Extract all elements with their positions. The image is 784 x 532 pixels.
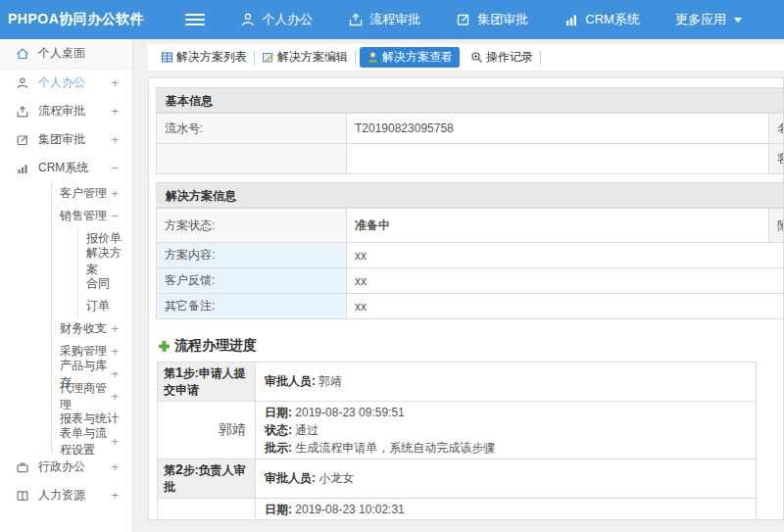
flow-upload-icon [348,12,364,27]
tab-label: 解决方案编辑 [277,49,348,66]
step-title: 第1步:申请人提交申请 [158,363,256,402]
step-status: 状态: 结束 [265,518,747,520]
tab-separator [540,51,541,65]
sidebar-item-customer-management[interactable]: 客户管理 + [52,182,132,205]
expand-toggle[interactable]: + [111,186,119,201]
field-label-name: 名称 [769,114,784,144]
flow-upload-icon [16,105,29,119]
expand-toggle[interactable]: + [111,488,119,503]
expand-toggle[interactable]: + [111,459,119,474]
sidebar-item-personal-office[interactable]: 个人办公 + [0,69,132,97]
expand-toggle[interactable]: + [111,344,119,359]
sidebar-item-crm-system[interactable]: CRM系统 − [0,154,132,182]
book-icon [16,489,29,503]
expand-toggle[interactable]: + [111,366,119,381]
step-status: 状态: 通过 [265,421,747,439]
solution-info-table: 方案状态: 准备中 附件 方案内容: xx 客户反馈: xx 其它备注: xx [156,208,784,319]
topnav-label: 流程审批 [369,11,420,28]
expand-toggle[interactable]: + [111,75,119,90]
field-label-empty [157,144,347,174]
sidebar-item-label: 人力资源 [38,487,111,504]
detail-panel: 基本信息 流水号: T20190823095758 名称 客户 解决方案信息 [148,77,784,520]
step-detail-row: 郭靖 日期: 2019-08-23 09:59:51 状态: 通过 批示: 生成… [158,402,757,459]
expand-toggle[interactable]: − [111,161,119,175]
sidebar-item-label: 集团审批 [38,131,111,148]
field-value-feedback: xx [347,268,784,294]
process-progress-title: 流程办理进度 [158,337,783,355]
field-label-content: 方案内容: [157,243,347,268]
sidebar-item-process-approval[interactable]: 流程审批 + [0,97,132,125]
tab-solution-view[interactable]: 解决方案查看 [360,47,460,68]
bar-chart-icon [564,12,579,27]
tab-label: 解决方案列表 [176,49,247,66]
expand-toggle[interactable]: + [111,389,119,404]
hamburger-menu-icon[interactable] [185,14,205,25]
expand-toggle[interactable]: + [111,104,119,119]
table-row: 其它备注: xx [157,294,784,319]
section-header-solution-info: 解决方案信息 [156,182,784,208]
step-header-row: 第2步:负责人审批 审批人员: 小龙女 [158,459,757,499]
sidebar-item-solution[interactable]: 解决方案 [78,250,132,272]
main-content: 解决方案列表 解决方案编辑 解决方案查看 操作记录 基本信息 [133,39,784,532]
section-header-basic-info: 基本信息 [156,87,784,113]
topnav-personal-office[interactable]: 个人办公 [240,11,313,28]
topnav-label: CRM系统 [585,11,640,28]
step-date: 日期: 2019-08-23 09:59:51 [265,404,747,421]
sidebar-item-finance[interactable]: 财务收支 + [52,317,132,340]
top-navigation: 个人办公 流程审批 集团审批 CRM系统 更多应用 [240,11,742,28]
process-steps-table: 第1步:申请人提交申请 审批人员: 郭靖 郭靖 日期: 2019-08-23 0… [157,362,757,520]
chevron-down-icon [734,18,742,23]
sidebar-item-form-flow-settings[interactable]: 表单与流程设置 + [52,430,132,453]
step-header-row: 第1步:申请人提交申请 审批人员: 郭靖 [158,363,757,402]
tab-bar: 解决方案列表 解决方案编辑 解决方案查看 操作记录 [148,44,784,71]
app-logo: PHPOA协同办公软件 [8,11,144,28]
step-approver: 审批人员: 小龙女 [256,459,757,499]
field-value-serial: T20190823095758 [347,114,769,144]
sidebar: 个人桌面 个人办公 + 流程审批 + 集团审批 + CRM系统 − 客户管理 + [0,39,133,532]
field-label-feedback: 客户反馈: [157,268,347,294]
expand-toggle[interactable]: − [111,209,119,223]
expand-toggle[interactable]: + [111,321,119,336]
field-label-serial: 流水号: [157,114,347,144]
sidebar-item-label: 个人桌面 [38,45,119,62]
top-bar: PHPOA协同办公软件 个人办公 流程审批 集团审批 CRM系统 更多应用 [0,0,784,39]
user-icon [16,76,29,90]
tab-operation-record[interactable]: 操作记录 [464,47,540,68]
step-comment: 批示: 生成流程申请单，系统自动完成该步骤 [265,439,747,457]
field-label-remark: 其它备注: [157,294,347,319]
magnifier-icon [470,51,483,64]
table-row: 流水号: T20190823095758 名称 [157,114,784,144]
person-badge-icon [367,51,379,64]
sidebar-item-sales-management[interactable]: 销售管理 − [52,205,132,227]
sidebar-item-personal-desktop[interactable]: 个人桌面 [0,39,132,69]
sidebar-item-human-resources[interactable]: 人力资源 + [0,481,132,509]
table-row: 客户反馈: xx [157,268,784,294]
topnav-process-approval[interactable]: 流程审批 [348,11,420,28]
table-row: 客户 [157,144,784,174]
topnav-label: 集团审批 [477,11,528,28]
sales-submenu: 报价单 解决方案 合同 订单 [77,227,132,317]
field-value-remark: xx [347,294,784,319]
table-row: 方案状态: 准备中 附件 [157,209,784,243]
table-row: 方案内容: xx [157,243,784,268]
home-icon [16,47,29,61]
topnav-crm-system[interactable]: CRM系统 [564,11,640,28]
topnav-label: 个人办公 [262,11,313,28]
approver-name: 小龙女 [158,499,256,521]
tab-solution-edit[interactable]: 解决方案编辑 [255,47,355,68]
sidebar-item-order[interactable]: 订单 [78,295,132,317]
sidebar-item-label: 流程审批 [38,103,111,120]
field-value-status: 准备中 [347,209,769,243]
topnav-group-approval[interactable]: 集团审批 [456,11,528,28]
expand-toggle[interactable]: + [111,132,119,147]
sidebar-item-group-approval[interactable]: 集团审批 + [0,125,132,154]
sidebar-item-agents[interactable]: 代理商管理 + [52,385,132,408]
field-label-customer: 客户 [769,144,784,174]
step-detail-row: 小龙女 日期: 2019-08-23 10:02:31 状态: 结束 批示: 通… [158,499,757,521]
expand-toggle[interactable]: + [111,434,119,449]
tab-solution-list[interactable]: 解决方案列表 [154,47,254,68]
user-icon [240,12,256,27]
field-label-attachment: 附件 [769,209,784,243]
basic-info-table: 流水号: T20190823095758 名称 客户 [156,113,784,174]
topnav-more-apps[interactable]: 更多应用 [675,11,742,28]
